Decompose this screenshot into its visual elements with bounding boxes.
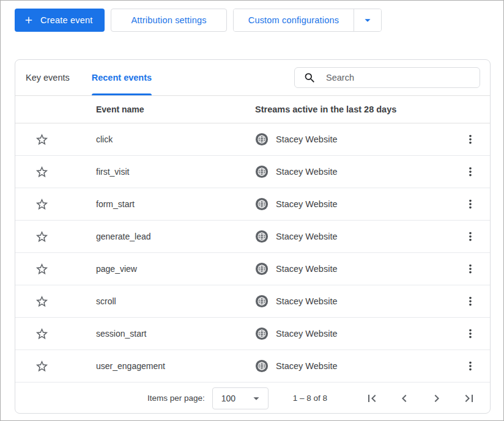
stream-name: Stacey Website — [276, 232, 337, 241]
toolbar: Create event Attribution settings Custom… — [15, 9, 382, 32]
event-name: session_start — [96, 329, 255, 339]
custom-configurations-dropdown-button[interactable] — [354, 9, 381, 31]
chevron-right-icon — [429, 391, 444, 406]
star-icon — [35, 133, 49, 147]
more-vert-icon — [464, 165, 477, 178]
star-button[interactable] — [32, 260, 51, 278]
table-body: click Stacey Website — [15, 123, 490, 383]
first-page-icon — [365, 391, 379, 406]
first-page-button[interactable] — [363, 390, 380, 407]
stream-name: Stacey Website — [276, 296, 337, 306]
stream-name: Stacey Website — [276, 167, 337, 177]
chevron-down-icon — [250, 392, 263, 405]
star-button[interactable] — [32, 130, 51, 148]
event-name: click — [96, 134, 255, 144]
items-per-page-label: Items per page: — [147, 394, 205, 403]
table-row: session_start Stacey Website — [15, 318, 490, 350]
tab-key-events[interactable]: Key events — [26, 60, 70, 95]
globe-icon — [255, 327, 269, 340]
table-row: first_visit Stacey Website — [15, 156, 490, 188]
items-per-page-value: 100 — [221, 394, 235, 403]
stream-name: Stacey Website — [276, 329, 337, 339]
pagination-bar: Items per page: 100 1 – 8 of 8 — [15, 383, 490, 414]
star-icon — [35, 230, 49, 244]
event-name: scroll — [96, 296, 255, 306]
more-options-button[interactable] — [461, 292, 480, 310]
tab-key-events-label: Key events — [26, 73, 70, 82]
stream-name: Stacey Website — [276, 199, 337, 209]
attribution-settings-button[interactable]: Attribution settings — [111, 9, 226, 32]
more-options-button[interactable] — [461, 227, 480, 246]
column-header-streams: Streams active in the last 28 days — [255, 104, 451, 114]
more-vert-icon — [464, 230, 477, 243]
star-button[interactable] — [32, 324, 51, 343]
stream-name: Stacey Website — [276, 361, 337, 371]
more-options-button[interactable] — [461, 260, 480, 278]
more-options-button[interactable] — [461, 357, 480, 375]
chevron-left-icon — [397, 391, 412, 406]
stream-name: Stacey Website — [276, 134, 337, 144]
globe-icon — [255, 197, 269, 211]
star-icon — [35, 327, 49, 341]
search-icon — [303, 71, 316, 84]
create-event-label: Create event — [40, 15, 92, 25]
table-row: user_engagement Stacey Website — [15, 350, 490, 383]
more-options-button[interactable] — [461, 130, 480, 148]
more-vert-icon — [464, 197, 477, 211]
more-options-button[interactable] — [461, 163, 480, 181]
tab-recent-events-label: Recent events — [92, 73, 152, 82]
last-page-button[interactable] — [461, 390, 478, 407]
globe-icon — [255, 230, 269, 243]
create-event-button[interactable]: Create event — [15, 9, 105, 32]
table-row: page_view Stacey Website — [15, 253, 490, 285]
star-button[interactable] — [32, 163, 51, 181]
pagination-range: 1 – 8 of 8 — [293, 394, 327, 403]
event-name: first_visit — [96, 167, 255, 177]
events-card: Key events Recent events Event name Stre… — [15, 59, 491, 414]
more-vert-icon — [464, 133, 477, 146]
event-name: form_start — [96, 199, 255, 209]
next-page-button[interactable] — [428, 390, 445, 407]
previous-page-button[interactable] — [396, 390, 413, 407]
table-row: form_start Stacey Website — [15, 188, 490, 221]
star-icon — [35, 165, 49, 179]
event-name: user_engagement — [96, 361, 255, 371]
more-vert-icon — [464, 295, 477, 308]
star-button[interactable] — [32, 227, 51, 246]
event-name: generate_lead — [96, 232, 255, 241]
custom-configurations-label: Custom configurations — [248, 15, 339, 25]
chevron-down-icon — [361, 13, 374, 27]
more-vert-icon — [464, 327, 477, 340]
more-options-button[interactable] — [461, 195, 480, 213]
more-options-button[interactable] — [461, 324, 480, 343]
table-header: Event name Streams active in the last 28… — [15, 96, 490, 123]
attribution-settings-label: Attribution settings — [131, 15, 206, 25]
globe-icon — [255, 262, 269, 276]
column-header-event-name: Event name — [96, 104, 255, 114]
star-icon — [35, 359, 49, 373]
search-input[interactable] — [326, 73, 472, 82]
star-button[interactable] — [32, 357, 51, 375]
search-box[interactable] — [294, 67, 480, 88]
table-row: click Stacey Website — [15, 123, 490, 156]
custom-configurations-button[interactable]: Custom configurations — [234, 9, 354, 31]
globe-icon — [255, 295, 269, 308]
table-row: scroll Stacey Website — [15, 285, 490, 318]
tab-recent-events[interactable]: Recent events — [92, 60, 152, 95]
items-per-page-select[interactable]: 100 — [212, 387, 269, 409]
event-name: page_view — [96, 264, 255, 274]
stream-name: Stacey Website — [276, 264, 337, 274]
star-button[interactable] — [32, 195, 51, 213]
globe-icon — [255, 165, 269, 178]
plus-icon — [23, 15, 34, 26]
more-vert-icon — [464, 262, 477, 276]
globe-icon — [255, 359, 269, 373]
star-icon — [35, 197, 49, 211]
last-page-icon — [462, 391, 476, 406]
star-button[interactable] — [32, 292, 51, 310]
globe-icon — [255, 133, 269, 146]
app-window: Create event Attribution settings Custom… — [0, 0, 504, 421]
star-icon — [35, 295, 49, 309]
tab-bar: Key events Recent events — [15, 60, 490, 96]
custom-configurations-split-button: Custom configurations — [233, 9, 382, 32]
